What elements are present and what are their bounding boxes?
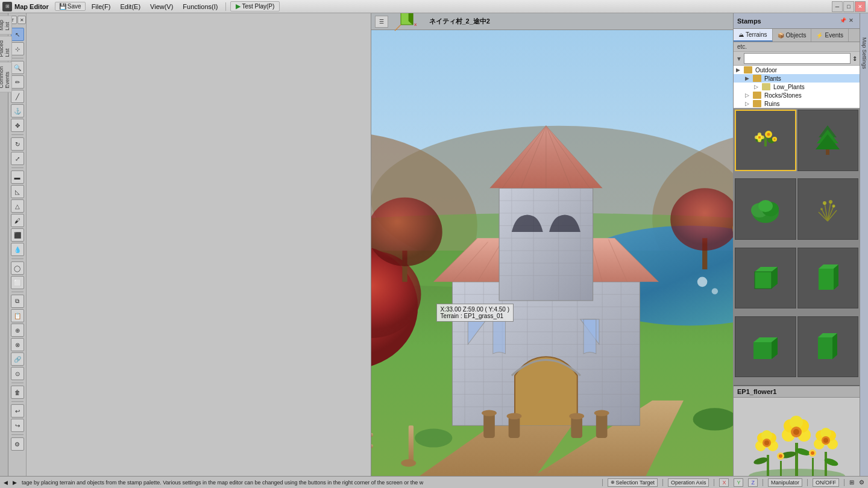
tool-link[interactable]: 🔗 [11,352,24,366]
stamps-pin-icon[interactable]: 📌 [840,17,847,25]
stamp-cell-5[interactable] [735,248,796,309]
tab-objects[interactable]: 📦 Objects [773,29,812,42]
tool-paste[interactable]: 📋 [11,309,24,322]
stamp-cell-3[interactable] [735,178,796,240]
menu-file[interactable]: File(F) [88,2,115,11]
map-settings-label[interactable]: Map Settings [861,37,867,69]
tool-eyedrop[interactable]: 💧 [11,243,24,256]
close-button[interactable]: ✕ [855,1,866,12]
tool-fill[interactable]: ⬛ [11,228,24,242]
manipulator-btn[interactable]: Manipulator [768,478,802,487]
tab-events[interactable]: ⚡ Events [811,29,849,42]
tool-paint[interactable]: 🖌 [11,214,24,227]
tree-item-rocks[interactable]: ▷ Rocks/Stones [734,91,860,99]
main-layout: MapList PlacedList CommonEvents T ✕ ↖ ⊹ … [0,13,868,488]
stamps-search-input[interactable] [744,53,851,64]
tool-multiselect[interactable]: ⊹ [11,42,24,55]
svg-rect-144 [755,272,772,289]
stamps-tree[interactable]: ▶ Outdoor ▶ Plants ▷ Low_Plants ▷ [734,66,860,108]
tab-expand-btn[interactable]: ✕ [17,16,26,24]
viewport-menu-btn[interactable]: ☰ [375,16,388,28]
stamps-close-icon[interactable]: ✕ [849,17,856,25]
tool-obj-paste[interactable]: ⊗ [11,338,24,351]
tool-copy[interactable]: ⧉ [11,295,24,308]
stamp-cell-1[interactable] [735,110,796,171]
tool-slope[interactable]: ◺ [11,185,24,198]
tool-obj-copy[interactable]: ⊕ [11,324,24,337]
tool-scale[interactable]: ⤢ [11,152,24,165]
tool-magnet[interactable]: ⚓ [11,104,24,117]
prev-btn[interactable]: ◀ [4,480,8,486]
tool-delete[interactable]: 🗑 [11,386,24,399]
stamps-grid[interactable] [734,108,860,385]
maximize-button[interactable]: □ [843,1,854,12]
viewport-title: ネイティ村_2_途中2 [429,17,490,26]
svg-point-122 [755,136,758,139]
svg-point-119 [767,133,770,136]
tool-camera[interactable]: 🔍 [11,61,24,74]
svg-point-77 [594,410,609,416]
stamp-cell-6[interactable] [797,248,859,309]
settings-icon[interactable]: ⚙ [859,479,864,486]
tree-item-plants[interactable]: ▶ Plants [734,74,860,83]
flower-preview: EP1_flower1 [734,385,860,488]
vtab-placed-list[interactable]: PlacedList [0,36,12,61]
tool-flat[interactable]: ▬ [11,170,24,184]
test-play-button[interactable]: ▶ Test Play(P) [230,1,280,11]
xyz-x-btn[interactable]: X [719,478,729,487]
status-bar: ◀ ▶ tage by placing terrain and objects … [0,476,868,488]
menu-edit[interactable]: Edit(E) [116,2,144,11]
tree-item-low-plants[interactable]: ▷ Low_Plants [734,83,860,91]
svg-point-75 [506,413,521,419]
menu-functions[interactable]: Functions(I) [179,2,221,11]
tree-arrow-ruins: ▷ [745,101,751,107]
stamp-cell-2[interactable] [797,110,859,171]
filter-icon: ▼ [736,55,742,62]
svg-line-112 [395,25,401,31]
tool-undo[interactable]: ↩ [11,404,24,418]
svg-marker-156 [832,333,837,359]
tool-raise[interactable]: △ [11,199,24,213]
viewport[interactable]: 🐧 ☰ x Y Z [371,13,734,488]
status-sep-6 [844,479,844,486]
stamp-cell-7[interactable] [735,316,796,378]
menu-view[interactable]: View(V) [146,2,177,11]
tree-item-outdoor[interactable]: ▶ Outdoor [734,66,860,74]
stamp-cell-8[interactable] [797,316,859,378]
tool-line[interactable]: ╱ [11,90,24,103]
tool-redo[interactable]: ↪ [11,419,24,432]
tool-rotate[interactable]: ↻ [11,137,24,151]
vtab-map-list[interactable]: MapList [0,16,12,35]
svg-rect-72 [571,416,582,438]
onoff-btn[interactable]: ON/OFF [813,478,839,487]
stamp-icon-5 [747,260,784,296]
vtab-common-events[interactable]: CommonEvents [0,62,12,93]
xyz-y-btn[interactable]: Y [734,478,743,487]
stamp-icon-1 [747,122,784,158]
stamp-icon-8 [810,329,846,365]
next-btn[interactable]: ▶ [13,480,17,486]
stamp-cell-4[interactable] [797,178,859,240]
tool-move[interactable]: ✥ [11,119,24,132]
grid-icon[interactable]: ⊞ [849,479,854,486]
xyz-z-btn[interactable]: Z [748,478,758,487]
selection-target-btn[interactable]: ⊕ Selection Target [608,478,658,487]
svg-rect-101 [408,425,413,463]
tool-settings[interactable]: ⚙ [11,437,24,451]
op-axis-btn[interactable]: Operation Axis [668,478,709,487]
tool-random[interactable]: ⊙ [11,367,24,380]
tree-item-ruins[interactable]: ▷ Ruins [734,99,860,108]
tool-circle[interactable]: ◯ [11,261,24,275]
tool-rect[interactable]: ⬜ [11,276,24,289]
tab-terrains[interactable]: ⛰ Terrains [734,29,773,42]
minimize-button[interactable]: ─ [832,1,843,12]
tool-select[interactable]: ↖ [11,28,24,41]
svg-point-74 [482,410,497,416]
svg-point-191 [779,454,782,458]
svg-rect-189 [780,461,782,476]
map-settings-tab[interactable]: Map Settings [860,13,868,488]
tool-pencil[interactable]: ✏ [11,75,24,89]
save-button[interactable]: 💾 Save [55,2,86,11]
svg-point-93 [415,429,452,448]
tree-label-outdoor: Outdoor [755,67,777,74]
